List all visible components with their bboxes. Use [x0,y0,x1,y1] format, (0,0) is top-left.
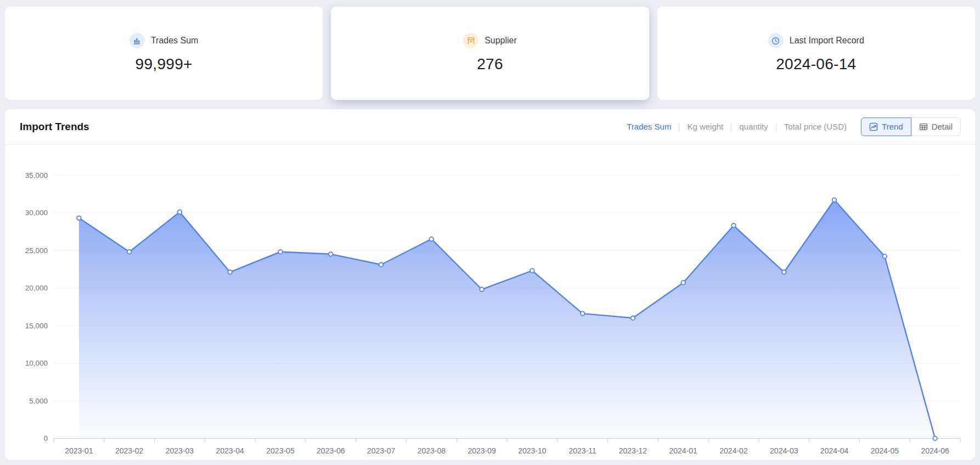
svg-text:2023-07: 2023-07 [367,446,396,455]
detail-button-label: Detail [932,122,953,131]
panel-header-right: Trades Sum Kg weight quantity Total pric… [627,117,961,136]
stat-head: Trades Sum [129,33,199,48]
svg-text:2023-05: 2023-05 [266,446,295,455]
svg-text:25,000: 25,000 [25,246,48,255]
svg-text:20,000: 20,000 [25,284,48,292]
trend-chart-icon [869,122,878,131]
svg-text:2023-10: 2023-10 [518,446,547,455]
metric-tab-total-price-usd[interactable]: Total price (USD) [784,122,847,131]
view-toggle: Trend Detail [861,117,961,136]
svg-text:10,000: 10,000 [25,359,48,367]
svg-text:2023-11: 2023-11 [568,446,596,455]
stat-label: Last Import Record [790,36,864,46]
svg-text:2024-06: 2024-06 [921,446,949,455]
stat-value: 276 [477,55,503,73]
svg-text:2023-01: 2023-01 [65,446,93,455]
svg-text:2023-06: 2023-06 [317,446,345,455]
panel-title: Import Trends [20,121,89,133]
tab-separator [731,123,731,131]
stat-label: Trades Sum [151,36,199,46]
trend-area-chart: 35,00030,00025,00020,00015,00010,0005,00… [5,144,975,460]
stats-cards-row: Trades Sum 99,999+ Supplier 276 [0,0,980,100]
svg-text:0: 0 [43,434,48,442]
svg-text:5,000: 5,000 [29,397,48,405]
clock-icon [768,33,784,48]
stat-head: Last Import Record [768,33,864,48]
stat-card-last-import-record[interactable]: Last Import Record 2024-06-14 [657,7,975,100]
store-icon [463,33,478,48]
stat-card-trades-sum[interactable]: Trades Sum 99,999+ [5,7,323,100]
svg-text:35,000: 35,000 [25,171,48,180]
metric-tab-kg-weight[interactable]: Kg weight [687,122,723,131]
stat-label: Supplier [485,36,517,46]
svg-text:2023-04: 2023-04 [216,446,245,455]
table-icon [919,122,928,131]
import-trends-chart[interactable]: 35,00030,00025,00020,00015,00010,0005,00… [5,144,975,460]
svg-text:2023-08: 2023-08 [418,446,446,455]
bar-chart-icon [129,33,145,48]
import-trends-panel: Import Trends Trades Sum Kg weight quant… [5,109,975,460]
stat-value: 99,999+ [136,55,193,73]
tab-separator [679,123,679,131]
panel-header: Import Trends Trades Sum Kg weight quant… [5,109,975,144]
svg-text:2023-09: 2023-09 [468,446,496,455]
metric-tab-trades-sum[interactable]: Trades Sum [627,122,671,131]
stat-card-supplier[interactable]: Supplier 276 [331,7,649,100]
svg-text:2023-03: 2023-03 [166,446,194,455]
svg-text:2023-02: 2023-02 [115,446,144,455]
svg-text:2024-01: 2024-01 [669,446,698,455]
svg-text:2023-12: 2023-12 [619,446,647,455]
svg-text:2024-02: 2024-02 [719,446,748,455]
svg-text:30,000: 30,000 [25,209,48,217]
metric-tabs: Trades Sum Kg weight quantity Total pric… [627,122,847,131]
stat-head: Supplier [463,33,517,48]
dashboard-screen: Trades Sum 99,999+ Supplier 276 [0,0,980,465]
trend-button-label: Trend [882,122,903,131]
detail-view-button[interactable]: Detail [911,117,961,136]
stat-value: 2024-06-14 [776,55,856,73]
svg-text:2024-03: 2024-03 [770,446,798,455]
svg-text:2024-05: 2024-05 [871,446,899,455]
svg-text:2024-04: 2024-04 [820,446,849,455]
trend-view-button[interactable]: Trend [861,117,911,136]
tab-separator [776,123,776,131]
metric-tab-quantity[interactable]: quantity [739,122,768,131]
svg-text:15,000: 15,000 [25,322,48,330]
